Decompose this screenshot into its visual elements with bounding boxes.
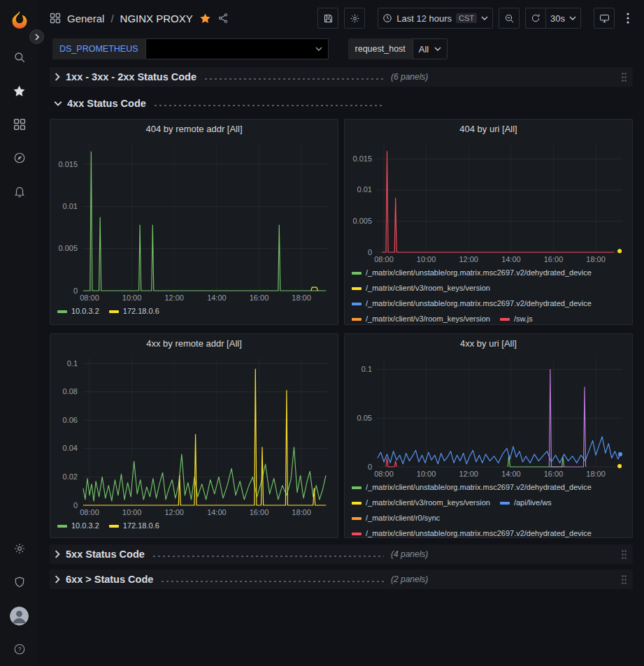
legend-item[interactable]: /_matrix/client/unstable/org.matrix.msc2… [352, 528, 592, 538]
panel-404-by-remote-addr: 404 by remote addr [All] 00.0050.010.015… [50, 119, 338, 325]
sidebar-item-server-admin[interactable] [0, 565, 38, 599]
row-left: 1xx - 3xx - 2xx Status Code [54, 71, 391, 82]
svg-text:0.02: 0.02 [63, 472, 78, 481]
dotted-leader [153, 104, 384, 107]
panel-title[interactable]: 404 by uri [All] [345, 120, 632, 138]
chart-4xx-by-uri[interactable]: 00.050.108:0010:0012:0014:0016:0018:00 [345, 352, 632, 479]
panel-title[interactable]: 404 by remote addr [All] [50, 120, 338, 138]
legend-item[interactable]: /_matrix/client/unstable/org.matrix.msc2… [352, 268, 592, 278]
svg-text:12:00: 12:00 [459, 255, 478, 263]
apps-grid-icon [50, 13, 61, 24]
svg-text:18:00: 18:00 [586, 255, 606, 263]
legend-label: /_matrix/client/unstable/org.matrix.msc2… [366, 298, 592, 309]
sidebar-expand-button[interactable] [29, 29, 44, 44]
timezone-badge: CST [456, 13, 477, 23]
refresh-interval-dropdown[interactable]: 30s [546, 8, 581, 29]
search-icon [13, 51, 26, 64]
legend-item[interactable]: /_matrix/client/v3/room_keys/version [352, 283, 490, 294]
variable-datasource: DS_PROMETHEUS [52, 38, 329, 59]
svg-text:0: 0 [73, 287, 78, 295]
svg-text:12:00: 12:00 [459, 470, 478, 478]
svg-text:10:00: 10:00 [122, 508, 142, 516]
legend-item[interactable]: 172.18.0.6 [109, 306, 159, 317]
panel-title[interactable]: 4xx by remote addr [All] [50, 334, 338, 352]
chart-4xx-by-remote-addr[interactable]: 00.020.040.060.080.108:0010:0012:0014:00… [50, 352, 338, 518]
variable-label-request-host: request_host [348, 38, 413, 59]
row-drag-handle[interactable] [620, 549, 629, 560]
variable-request-host: request_host All [348, 38, 448, 59]
chart-404-by-remote-addr[interactable]: 00.0050.010.01508:0010:0012:0014:0016:00… [50, 138, 338, 303]
sidebar-item-help[interactable]: ? [0, 632, 38, 666]
sidebar-item-profile[interactable] [0, 599, 38, 632]
chevron-right-icon [54, 550, 61, 558]
datasource-select[interactable] [145, 38, 329, 59]
svg-text:0: 0 [73, 501, 78, 509]
clock-icon [382, 13, 392, 23]
chart-404-by-uri[interactable]: 00.0050.010.01508:0010:0012:0014:0016:00… [345, 138, 632, 265]
refresh-button[interactable] [525, 8, 546, 29]
legend-swatch [352, 287, 362, 290]
sidebar-item-starred[interactable] [0, 74, 38, 108]
row-1xx-3xx-2xx[interactable]: 1xx - 3xx - 2xx Status Code (6 panels) [50, 67, 633, 87]
chevron-down-icon [315, 47, 322, 51]
panel-4xx-by-uri: 4xx by uri [All] 00.050.108:0010:0012:00… [344, 333, 633, 538]
legend-label: 10.0.3.2 [71, 521, 99, 531]
svg-text:16:00: 16:00 [544, 470, 564, 478]
grafana-flame-icon [9, 10, 30, 31]
panel-legend: /_matrix/client/unstable/org.matrix.msc2… [345, 479, 632, 538]
sidebar-item-search[interactable] [0, 41, 38, 74]
legend-item[interactable]: /_matrix/client/unstable/org.matrix.msc2… [352, 482, 592, 493]
more-options-button[interactable] [620, 8, 636, 29]
share-icon[interactable] [217, 13, 229, 24]
legend-item[interactable]: /_matrix/client/v3/room_keys/version [352, 498, 490, 508]
monitor-icon [599, 13, 610, 24]
legend-item[interactable]: 172.18.0.6 [109, 521, 159, 531]
row-title: 4xx Status Code [67, 98, 146, 109]
svg-text:0.01: 0.01 [357, 185, 372, 194]
panel-legend: /_matrix/client/unstable/org.matrix.msc2… [345, 265, 632, 325]
time-range-picker[interactable]: Last 12 hours CST [378, 8, 493, 29]
sidebar: ? [0, 0, 38, 666]
legend-item[interactable]: /sw.js [500, 314, 533, 324]
refresh-interval-value: 30s [550, 13, 565, 24]
row-5xx[interactable]: 5xx Status Code (4 panels) [50, 544, 633, 564]
legend-label: /_matrix/client/v3/room_keys/version [366, 314, 490, 324]
legend-item[interactable]: 10.0.3.2 [57, 521, 99, 531]
sidebar-item-configuration[interactable] [0, 532, 38, 565]
svg-text:16:00: 16:00 [544, 255, 564, 263]
favorite-star-icon[interactable] [199, 13, 211, 24]
bell-icon [13, 185, 26, 198]
dashboard-title[interactable]: NGINX PROXY [120, 13, 193, 24]
row-4xx[interactable]: 4xx Status Code [50, 94, 633, 113]
tv-mode-button[interactable] [594, 8, 615, 29]
legend-swatch [109, 310, 119, 313]
dashboard-settings-button[interactable] [344, 8, 365, 29]
row-6xx[interactable]: 6xx > Status Code (2 panels) [50, 570, 633, 589]
panel-title[interactable]: 4xx by uri [All] [345, 334, 632, 352]
legend-item[interactable]: /_matrix/client/unstable/org.matrix.msc2… [352, 298, 592, 309]
sidebar-item-dashboards[interactable] [0, 108, 38, 141]
svg-text:0.1: 0.1 [362, 365, 372, 373]
legend-item[interactable]: 10.0.3.2 [57, 306, 99, 317]
legend-label: /_matrix/client/v3/room_keys/version [366, 498, 490, 508]
sidebar-item-alerting[interactable] [0, 175, 38, 208]
svg-text:0: 0 [368, 248, 372, 256]
legend-swatch [352, 303, 362, 305]
row-drag-handle[interactable] [620, 574, 629, 585]
breadcrumb-folder[interactable]: General [67, 13, 104, 24]
legend-item[interactable]: /_matrix/client/r0/sync [352, 513, 440, 523]
star-icon [13, 85, 26, 98]
row-drag-handle[interactable] [620, 72, 629, 82]
svg-text:0.015: 0.015 [352, 154, 372, 163]
zoom-out-time-button[interactable] [499, 8, 520, 29]
svg-text:0.06: 0.06 [63, 416, 78, 424]
request-host-select[interactable]: All [413, 38, 448, 59]
zoom-out-icon [504, 13, 515, 24]
dashboard-canvas: 1xx - 3xx - 2xx Status Code (6 panels) 4… [38, 61, 644, 666]
main-area: General / NGINX PROXY Last 12 hours CST [38, 0, 644, 666]
save-dashboard-button[interactable] [317, 8, 338, 29]
legend-item[interactable]: /_matrix/client/v3/room_keys/version [352, 314, 490, 324]
legend-item[interactable]: /api/live/ws [500, 498, 552, 508]
legend-swatch [352, 517, 362, 520]
sidebar-item-explore[interactable] [0, 141, 38, 175]
